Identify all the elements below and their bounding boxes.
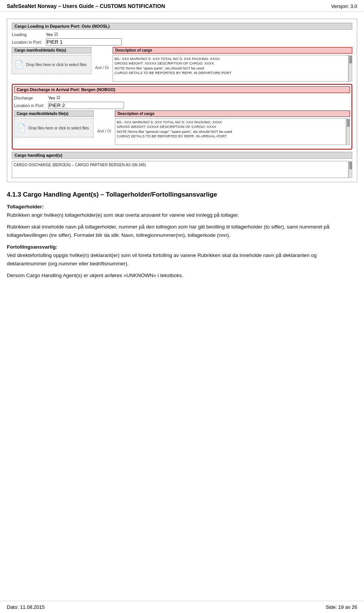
discharge-and-or: And / Or: [97, 110, 112, 145]
ui-simulation: Cargo Loading in Departure Port: Oslo (N…: [7, 19, 357, 182]
discharge-checkbox: ☑: [56, 95, 60, 100]
loading-manifest-box: Cargo manifest/details file(s) 📄 Drop fi…: [12, 47, 91, 82]
loading-section: Cargo Loading in Departure Port: Oslo (N…: [12, 23, 352, 82]
loading-value: Yes ☑: [46, 32, 58, 37]
scrollbar-3: [348, 161, 352, 178]
loading-two-col: Cargo manifest/details file(s) 📄 Drop fi…: [12, 47, 352, 82]
scrollbar-1: [348, 55, 352, 82]
paragraph-1: Tollagerholder: Rubrikken angir hvilke(n…: [7, 203, 357, 219]
document-title: SafeSeaNet Norway – Users Guide – CUSTOM…: [7, 3, 165, 9]
section-title: Cargo Handling Agent(s) – Tollagerholder…: [23, 191, 217, 198]
loading-location-row: Location in Port:: [12, 38, 352, 46]
location-label-1: Location in Port:: [12, 40, 46, 44]
loading-section-bar: Cargo Loading in Departure Port: Oslo (N…: [12, 23, 352, 30]
agents-wrapper: CARGO DISCHARGE (BERGEN) – CARGO PARTNER…: [12, 161, 352, 178]
fortollingsansvarlig-heading: Fortollingsansvarlig:: [7, 244, 58, 250]
main-content: 4.1.3 Cargo Handling Agent(s) – Tollager…: [0, 182, 364, 288]
discharge-desc-label: Description of cargo: [115, 110, 350, 117]
loading-desc-box: Description of cargo B/L: XXX MARK/NO`S:…: [113, 47, 352, 82]
discharge-drop-zone[interactable]: 📄 Drop files here or click to select fil…: [14, 118, 94, 137]
document-version: Versjon: 3.0: [331, 3, 357, 9]
section-heading: 4.1.3 Cargo Handling Agent(s) – Tollager…: [7, 191, 357, 199]
screenshot-container: Cargo Loading in Departure Port: Oslo (N…: [7, 19, 357, 182]
body-text-block: Tollagerholder: Rubrikken angir hvilke(n…: [7, 203, 357, 280]
paragraph-4: Dersom Cargo Handling Agent(s) er ukjent…: [7, 271, 357, 280]
paragraph-4-text: Dersom Cargo Handling Agent(s) er ukjent…: [7, 273, 183, 278]
loading-and-or: And / Or: [94, 47, 110, 82]
discharge-label: Discharge: [14, 96, 48, 100]
paragraph-1-text: Rubrikken angir hvilke(n) tollagerholder…: [7, 212, 239, 218]
agents-section-bar: Cargo handling agent(s): [12, 152, 352, 159]
location-label-2: Location in Port:: [14, 103, 48, 108]
drop-file-icon: 📄: [14, 60, 24, 69]
discharge-value: Yes ☑: [48, 95, 60, 100]
paragraph-2-text: Rubrikken skal inneholde navn på tollage…: [7, 224, 329, 238]
page-header: SafeSeaNet Norway – Users Guide – CUSTOM…: [0, 0, 364, 12]
scrollbar-2: [346, 118, 350, 145]
agents-textarea[interactable]: CARGO DISCHARGE (BERGEN) – CARGO PARTNER…: [12, 161, 348, 178]
discharge-section-bar: Cargo Discharge in Arrival Port: Bergen …: [14, 86, 350, 93]
discharge-field-row: Discharge Yes ☑: [14, 95, 350, 100]
location-value-1: [46, 38, 122, 46]
location-input-2[interactable]: [48, 102, 124, 109]
discharge-desc-box: Description of cargo B/L: XXX MARK/NO`S:…: [115, 110, 350, 145]
discharge-two-col: Cargo manifest/details file(s) 📄 Drop fi…: [14, 110, 350, 145]
loading-drop-zone[interactable]: 📄 Drop files here or click to select fil…: [12, 55, 91, 74]
tollagerholder-heading: Tollagerholder:: [7, 204, 44, 210]
location-value-2: [48, 102, 124, 109]
drop-text-2: Drop files here or click to select files: [28, 126, 89, 130]
discharge-section-highlighted: Cargo Discharge in Arrival Port: Bergen …: [12, 84, 352, 150]
drop-file-icon-2: 📄: [17, 123, 26, 132]
paragraph-2: Rubrikken skal inneholde navn på tollage…: [7, 223, 357, 239]
discharge-desc-textarea[interactable]: B/L: XXX MARK/NO`S: XXX TOTAL NO`S: XXX …: [115, 118, 346, 145]
agents-section: Cargo handling agent(s) CARGO DISCHARGE …: [12, 152, 352, 178]
loading-desc-wrapper: B/L: XXX MARK/NO`S: XXX TOTAL NO`S: XXX …: [113, 55, 352, 82]
paragraph-3-text: Ved direktefortolling oppgis hvilke(n) d…: [7, 252, 317, 266]
paragraph-3: Fortollingsansvarlig: Ved direktefortoll…: [7, 243, 357, 268]
discharge-desc-wrapper: B/L: XXX MARK/NO`S: XXX TOTAL NO`S: XXX …: [115, 118, 350, 145]
page-footer: Dato: 11.08.2015 Side: 19 av 26: [0, 601, 364, 613]
section-number: 4.1.3: [7, 191, 23, 198]
loading-checkbox: ☑: [54, 32, 58, 37]
loading-desc-textarea[interactable]: B/L: XXX MARK/NO`S: XXX TOTAL NO`S: XXX …: [113, 55, 348, 82]
footer-date: Dato: 11.08.2015: [7, 604, 45, 610]
discharge-manifest-label: Cargo manifest/details file(s): [14, 110, 94, 117]
loading-desc-label: Description of cargo: [113, 47, 352, 54]
loading-field-row: Loading Yes ☑: [12, 32, 352, 37]
discharge-manifest-box: Cargo manifest/details file(s) 📄 Drop fi…: [14, 110, 94, 145]
location-input-1[interactable]: [46, 38, 122, 46]
discharge-location-row: Location in Port:: [14, 102, 350, 109]
loading-label: Loading: [12, 32, 46, 37]
drop-text-1: Drop files here or click to select files: [26, 63, 87, 67]
loading-manifest-label: Cargo manifest/details file(s): [12, 47, 91, 54]
footer-page: Side: 19 av 26: [326, 604, 357, 610]
